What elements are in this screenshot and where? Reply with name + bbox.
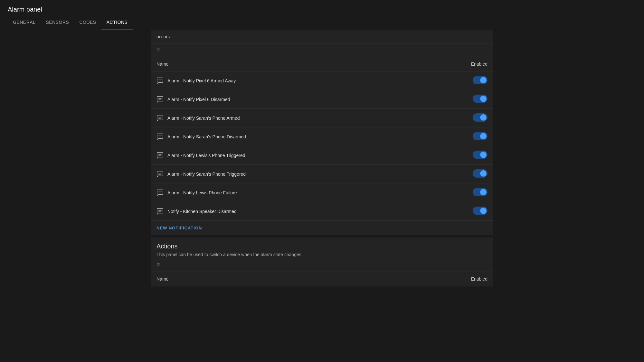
notifications-filter-bar: ≡ [151,43,493,57]
notification-row: Alarm - Notify Lewis's Phone Triggered [151,146,493,165]
actions-table: Name Enabled [151,272,493,286]
notification-icon [156,77,164,84]
notification-toggle[interactable] [473,188,488,196]
actions-col-name-header: Name [151,272,306,286]
actions-description: This panel can be used to switch a devic… [156,252,488,257]
notification-name: Alarm - Notify Lewis Phone Failure [156,189,415,196]
tab-codes[interactable]: CODES [74,14,101,30]
notification-row: Alarm - Notify Sarah's Phone Disarmed [151,127,493,146]
tab-sensors[interactable]: SENSORS [41,14,74,30]
notification-toggle[interactable] [473,207,488,215]
notification-name: Alarm - Notify Pixel 6 Disarmed [156,96,415,103]
actions-section: Actions This panel can be used to switch… [151,237,493,286]
col-enabled-header: Enabled [420,57,493,71]
main-content: occurs. ≡ Name Enabled [151,30,493,286]
notification-icon [156,133,164,140]
notification-row: Alarm - Notify Lewis Phone Failure [151,183,493,202]
notification-name: Alarm - Notify Lewis's Phone Triggered [156,152,415,159]
new-notification-button[interactable]: NEW NOTIFICATION [156,226,202,230]
notification-icon [156,208,164,215]
actions-table-header: Name Enabled [151,272,493,286]
notification-name: Notify - Kitchen Speaker Disarmed [156,208,415,215]
notification-row: Alarm - Notify Pixel 6 Disarmed [151,90,493,109]
tab-actions[interactable]: ACTIONS [101,14,133,30]
notification-name: Alarm - Notify Sarah's Phone Armed [156,115,415,122]
actions-title: Actions [156,243,488,250]
notification-name: Alarm - Notify Sarah's Phone Disarmed [156,133,415,140]
partial-occurs-text: occurs. [151,30,493,43]
tab-general[interactable]: GENERAL [8,14,41,30]
notifications-table-header: Name Enabled [151,57,493,71]
actions-col-enabled-header: Enabled [306,272,493,286]
notification-label: Alarm - Notify Sarah's Phone Triggered [167,172,246,177]
notification-label: Alarm - Notify Sarah's Phone Disarmed [167,134,246,139]
notification-label: Alarm - Notify Lewis Phone Failure [167,190,237,195]
notification-label: Alarm - Notify Pixel 6 Disarmed [167,97,230,102]
notification-toggle[interactable] [473,113,488,122]
app-title: Alarm panel [0,0,644,13]
actions-header: Actions This panel can be used to switch… [151,237,493,258]
notification-row: Notify - Kitchen Speaker Disarmed [151,202,493,221]
notification-toggle[interactable] [473,132,488,140]
notification-label: Alarm - Notify Lewis's Phone Triggered [167,153,245,158]
tabs-nav: GENERAL SENSORS CODES ACTIONS [0,14,644,30]
notification-name: Alarm - Notify Pixel 6 Armed Away [156,77,415,84]
notification-label: Alarm - Notify Pixel 6 Armed Away [167,78,236,83]
notifications-filter-icon[interactable]: ≡ [156,47,160,53]
notification-icon [156,189,164,196]
notification-icon [156,152,164,159]
notification-row: Alarm - Notify Pixel 6 Armed Away [151,71,493,90]
notification-toggle[interactable] [473,76,488,84]
notifications-table: Name Enabled Alarm - Notify Pixel 6 Arme… [151,57,493,220]
actions-filter-bar: ≡ [151,258,493,272]
notification-toggle[interactable] [473,151,488,159]
notifications-section: ≡ Name Enabled [151,43,493,235]
notification-label: Alarm - Notify Sarah's Phone Armed [167,116,240,121]
notification-name: Alarm - Notify Sarah's Phone Triggered [156,171,415,178]
col-name-header: Name [151,57,420,71]
notification-toggle[interactable] [473,95,488,103]
notification-icon [156,115,164,122]
notification-row: Alarm - Notify Sarah's Phone Triggered [151,165,493,183]
notification-icon [156,171,164,178]
notification-toggle[interactable] [473,169,488,178]
notification-icon [156,96,164,103]
notification-row: Alarm - Notify Sarah's Phone Armed [151,109,493,127]
notification-label: Notify - Kitchen Speaker Disarmed [167,209,237,214]
actions-filter-icon[interactable]: ≡ [156,262,160,268]
new-notification-row: NEW NOTIFICATION [151,220,493,235]
